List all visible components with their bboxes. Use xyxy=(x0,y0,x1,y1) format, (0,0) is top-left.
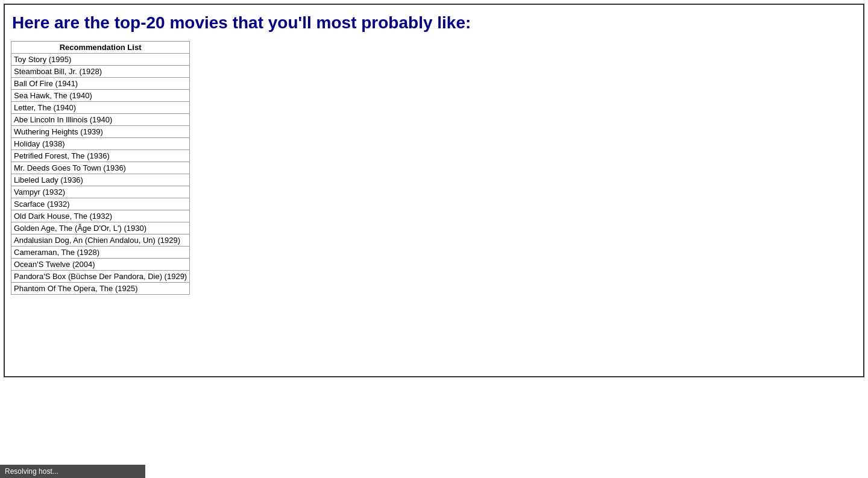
status-bar: Resolving host... xyxy=(0,465,145,478)
table-row: Andalusian Dog, An (Chien Andalou, Un) (… xyxy=(11,234,190,247)
movie-title: Mr. Deeds Goes To Town (1936) xyxy=(11,162,190,174)
table-row: Ball Of Fire (1941) xyxy=(11,78,190,90)
movie-title: Vampyr (1932) xyxy=(11,186,190,198)
movie-title: Steamboat Bill, Jr. (1928) xyxy=(11,66,190,78)
table-row: Vampyr (1932) xyxy=(11,186,190,198)
movie-title: Toy Story (1995) xyxy=(11,54,190,66)
movie-title: Wuthering Heights (1939) xyxy=(11,126,190,138)
table-row: Golden Age, The (Âge D'Or, L') (1930) xyxy=(11,222,190,234)
table-row: Sea Hawk, The (1940) xyxy=(11,90,190,102)
movie-title: Pandora'S Box (Büchse Der Pandora, Die) … xyxy=(11,271,190,283)
page-title: Here are the top-20 movies that you'll m… xyxy=(12,13,857,33)
table-row: Wuthering Heights (1939) xyxy=(11,126,190,138)
status-text: Resolving host... xyxy=(5,467,58,476)
movie-title: Ocean'S Twelve (2004) xyxy=(11,259,190,271)
recommendation-table: Recommendation List Toy Story (1995)Stea… xyxy=(11,41,190,295)
movie-title: Phantom Of The Opera, The (1925) xyxy=(11,283,190,295)
table-row: Scarface (1932) xyxy=(11,198,190,210)
table-row: Abe Lincoln In Illinois (1940) xyxy=(11,114,190,126)
table-row: Steamboat Bill, Jr. (1928) xyxy=(11,66,190,78)
movie-title: Letter, The (1940) xyxy=(11,102,190,114)
recommendation-table-container: Recommendation List Toy Story (1995)Stea… xyxy=(11,41,190,295)
movie-title: Cameraman, The (1928) xyxy=(11,247,190,259)
movie-title: Abe Lincoln In Illinois (1940) xyxy=(11,114,190,126)
table-row: Toy Story (1995) xyxy=(11,54,190,66)
movie-title: Libeled Lady (1936) xyxy=(11,174,190,186)
movie-title: Old Dark House, The (1932) xyxy=(11,210,190,222)
movie-title: Ball Of Fire (1941) xyxy=(11,78,190,90)
movie-title: Sea Hawk, The (1940) xyxy=(11,90,190,102)
movie-title: Petrified Forest, The (1936) xyxy=(11,150,190,162)
table-row: Holiday (1938) xyxy=(11,138,190,150)
table-row: Petrified Forest, The (1936) xyxy=(11,150,190,162)
movie-title: Andalusian Dog, An (Chien Andalou, Un) (… xyxy=(11,234,190,247)
table-header: Recommendation List xyxy=(11,42,190,54)
movie-title: Holiday (1938) xyxy=(11,138,190,150)
table-row: Old Dark House, The (1932) xyxy=(11,210,190,222)
table-row: Libeled Lady (1936) xyxy=(11,174,190,186)
table-row: Cameraman, The (1928) xyxy=(11,247,190,259)
table-row: Mr. Deeds Goes To Town (1936) xyxy=(11,162,190,174)
table-row: Letter, The (1940) xyxy=(11,102,190,114)
table-row: Ocean'S Twelve (2004) xyxy=(11,259,190,271)
table-row: Pandora'S Box (Büchse Der Pandora, Die) … xyxy=(11,271,190,283)
movie-title: Golden Age, The (Âge D'Or, L') (1930) xyxy=(11,222,190,234)
main-container: Here are the top-20 movies that you'll m… xyxy=(4,4,864,377)
table-row: Phantom Of The Opera, The (1925) xyxy=(11,283,190,295)
movie-title: Scarface (1932) xyxy=(11,198,190,210)
